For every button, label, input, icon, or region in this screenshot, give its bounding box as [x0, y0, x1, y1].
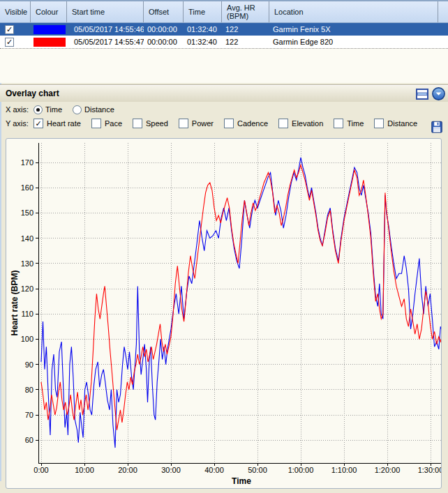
checkbox-label[interactable]: Cadence — [237, 119, 268, 128]
checkbox[interactable] — [374, 119, 384, 128]
table-row[interactable]: ✓05/05/2017 14:55:4700:00:0001:32:40122G… — [0, 36, 448, 48]
table-row[interactable]: ✓05/05/2017 14:55:4600:00:0001:32:40122G… — [0, 23, 448, 36]
checkbox[interactable] — [224, 119, 234, 128]
tick-label: 80 — [25, 386, 33, 394]
avg-hr-cell: 122 — [222, 36, 269, 48]
collapse-panel-button[interactable] — [432, 87, 445, 100]
tick-label: 130 — [21, 259, 33, 268]
checkbox[interactable] — [334, 119, 343, 128]
tick-label: 160 — [21, 183, 33, 192]
start-time-cell: 05/05/2017 14:55:47 — [67, 36, 144, 48]
y-axis-option-power[interactable]: Power — [179, 119, 214, 128]
panel-title: Overlay chart — [0, 89, 59, 98]
checkbox-label[interactable]: Heart rate — [47, 119, 81, 128]
tick-label: 70 — [25, 411, 33, 419]
checkbox-label[interactable]: Power — [192, 119, 214, 128]
overlay-chart-canvas: 170160150140130120110100908070600:0010:0… — [6, 138, 442, 489]
axis-title: Time — [232, 476, 251, 486]
x-axis-caption: X axis: — [6, 105, 33, 114]
location-cell: Garmin Edge 820 — [269, 36, 438, 48]
time-cell: 01:32:40 — [184, 23, 222, 36]
time-cell: 01:32:40 — [184, 36, 222, 48]
y-axis-caption: Y axis: — [6, 119, 33, 128]
tick-label: 1:20:00 — [375, 466, 401, 474]
checkbox[interactable] — [179, 119, 188, 128]
radio-label[interactable]: Distance — [84, 105, 114, 114]
visible-checkbox[interactable]: ✓ — [5, 25, 14, 34]
heart-rate-line-chart: 170160150140130120110100908070600:0010:0… — [6, 139, 441, 488]
tick-label: 170 — [21, 158, 33, 167]
x-axis-option-time[interactable]: Time — [33, 105, 62, 114]
tick-label: 30:00 — [161, 466, 181, 474]
tick-label: 20:00 — [118, 466, 137, 474]
series-garmin-fenix-5x — [41, 158, 441, 448]
checkbox[interactable] — [278, 119, 288, 128]
y-axis-option-elevation[interactable]: Elevation — [278, 119, 323, 128]
column-header-avg[interactable]: Avg. HR (BPM) — [222, 1, 269, 22]
offset-cell: 00:00:00 — [144, 36, 184, 48]
checkbox-label[interactable]: Pace — [105, 119, 122, 128]
checkbox-label[interactable]: Time — [347, 119, 364, 128]
column-header-start[interactable]: Start time — [67, 1, 144, 22]
table-header-row: VisibleColourStart timeOffsetTimeAvg. HR… — [0, 0, 448, 23]
overlay-chart-header-bar: Overlay chart — [0, 84, 448, 102]
y-axis-option-distance[interactable]: Distance — [374, 119, 417, 128]
checkbox[interactable]: ✓ — [33, 119, 43, 128]
column-header-colour[interactable]: Colour — [31, 1, 67, 22]
tick-label: 1:00:00 — [288, 466, 314, 474]
checkbox-label[interactable]: Elevation — [292, 119, 323, 128]
tick-label: 110 — [21, 310, 33, 318]
tick-label: 10:00 — [75, 466, 94, 474]
x-axis-option-distance[interactable]: Distance — [73, 105, 114, 114]
y-axis-option-row: Y axis: ✓Heart ratePaceSpeedPowerCadence… — [6, 118, 428, 129]
visible-checkbox[interactable]: ✓ — [5, 38, 14, 47]
filler-cell — [438, 23, 448, 36]
checkbox-label[interactable]: Distance — [387, 119, 417, 128]
column-header-visible[interactable]: Visible — [0, 1, 31, 22]
offset-cell: 00:00:00 — [144, 23, 184, 36]
column-header-offset[interactable]: Offset — [144, 1, 184, 22]
y-axis-option-cadence[interactable]: Cadence — [224, 119, 268, 128]
column-header-location[interactable]: Location — [269, 1, 438, 22]
filler-cell — [438, 36, 448, 48]
avg-hr-cell: 122 — [222, 23, 269, 36]
panel-layout-icon[interactable] — [416, 89, 428, 100]
checkbox[interactable] — [91, 119, 101, 128]
radio-label[interactable]: Time — [45, 105, 62, 114]
table-empty-separator — [0, 48, 448, 49]
y-axis-option-heart-rate[interactable]: ✓Heart rate — [33, 119, 81, 128]
axis-title: Heart rate (BPM) — [10, 270, 20, 335]
start-time-cell: 05/05/2017 14:55:46 — [67, 23, 144, 36]
column-header-filler — [438, 1, 448, 22]
tick-label: 50:00 — [248, 466, 267, 474]
tick-label: 100 — [21, 335, 33, 343]
colour-swatch[interactable] — [33, 25, 66, 34]
location-cell: Garmin Fenix 5X — [269, 23, 438, 36]
tick-label: 90 — [25, 361, 33, 369]
radio-button[interactable] — [73, 105, 82, 114]
activities-table: VisibleColourStart timeOffsetTimeAvg. HR… — [0, 0, 448, 83]
y-axis-option-pace[interactable]: Pace — [91, 119, 122, 128]
tick-label: 1:30:00 — [418, 466, 441, 474]
tick-label: 120 — [21, 285, 33, 293]
colour-swatch[interactable] — [33, 38, 66, 47]
checkbox[interactable] — [133, 119, 142, 128]
radio-button[interactable] — [33, 105, 43, 114]
y-axis-option-time[interactable]: Time — [334, 119, 364, 128]
series-garmin-edge-820 — [41, 165, 441, 430]
tick-label: 0:00 — [33, 466, 48, 474]
tick-label: 140 — [21, 234, 33, 243]
tick-label: 150 — [21, 208, 33, 217]
y-axis-option-speed[interactable]: Speed — [133, 119, 168, 128]
x-axis-option-row: X axis: TimeDistance — [6, 104, 125, 115]
save-chart-button[interactable] — [431, 121, 442, 133]
tick-label: 1:10:00 — [331, 466, 357, 474]
table-body: ✓05/05/2017 14:55:4600:00:0001:32:40122G… — [0, 23, 448, 48]
tick-label: 60 — [25, 436, 33, 444]
column-header-time[interactable]: Time — [184, 1, 222, 22]
checkbox-label[interactable]: Speed — [146, 119, 168, 128]
tick-label: 40:00 — [204, 466, 224, 474]
